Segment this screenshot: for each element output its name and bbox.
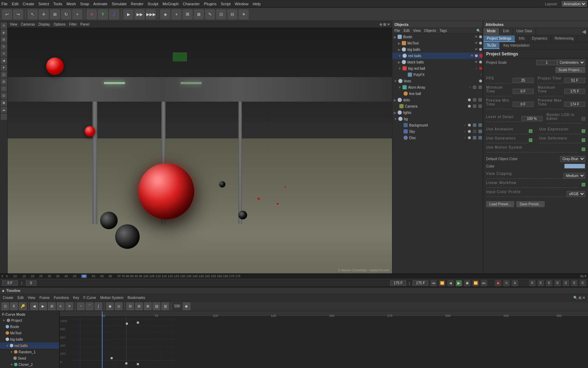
left-tool-9[interactable]: ⊞ [1,79,7,85]
obj-red-balls[interactable]: ▼ red balls 👁 [392,53,483,59]
left-tool-4[interactable]: ↻ [1,43,7,50]
obj-menu-edit[interactable]: Edit [404,29,410,33]
expand-atom-array[interactable]: ▼ [398,86,401,89]
project-scale-unit[interactable]: Centimeters [557,60,585,66]
vp-menu-display[interactable]: Display [38,22,50,26]
attr-subtab-info[interactable]: Info [515,35,528,42]
render-to-po-btn[interactable]: ▶▶▶ [146,9,156,19]
tl-project[interactable]: ▼ Project [0,317,59,323]
tl-tb-curve2[interactable]: ⌒ [86,302,93,310]
select-tool-btn[interactable]: ↖ [28,9,37,19]
menu-script[interactable]: Script [221,2,231,6]
obj-menu-objects[interactable]: Objects [424,29,436,33]
move-tool-btn[interactable]: ✛ [39,9,49,19]
attr-subtab-project-settings[interactable]: Project Settings [483,35,515,42]
tl-motext[interactable]: MoText [0,330,59,336]
tl-tb-curve3[interactable]: ∫ [94,302,102,310]
prev-min-input[interactable] [513,102,534,107]
tl-tb-4[interactable]: ◀ [30,302,38,310]
vp-menu-view[interactable]: View [10,22,18,26]
vp-menu-cameras[interactable]: Cameras [21,22,35,26]
timeline-scrubber[interactable]: 0 5 10 15 20 25 30 35 40 45 50 55 60 65 … [0,273,588,279]
tl-menu-motion[interactable]: Motion System [100,296,123,300]
menu-mograph[interactable]: MoGraph [162,2,178,6]
tl-tb-last[interactable]: ◉ [183,302,190,310]
min-time-input[interactable] [513,89,534,94]
pb-next-frame[interactable]: ⏩ [472,280,479,286]
pb-keying1[interactable]: K [529,280,536,286]
layout-select[interactable]: Animation [562,1,587,7]
viewport[interactable]: View Cameras Display Options Filter Pane… [8,21,392,273]
tl-expand-cloner2[interactable]: ▼ [10,363,13,367]
timeline-fcurve-chart[interactable]: 50 75 100 125 150 175 200 225 250 1000 8… [59,311,588,368]
menu-window[interactable]: Window [235,2,248,6]
use-generators-checkbox[interactable] [529,138,532,142]
save-preset-button[interactable]: Save Preset... [516,201,545,207]
viewport-edit-btn[interactable]: ✎ [205,9,215,19]
menu-animate[interactable]: Animate [93,2,107,6]
obj-big-balls[interactable]: ▶ big balls 👁 [392,46,483,53]
tl-tb-snap3[interactable]: ⊠ [144,302,152,310]
attr-subtab-todo[interactable]: To Do [483,42,500,49]
left-tool-13[interactable]: ☁ [1,107,7,113]
viewport-solo-btn[interactable]: ◈ [160,9,170,19]
obj-menu-file[interactable]: File [394,29,400,33]
keyframe-5[interactable] [137,363,139,365]
scale-project-button[interactable]: Scale Project... [555,67,585,73]
tl-expand-red-balls[interactable]: ▼ [6,344,9,348]
attr-tab-edit[interactable]: Edit [499,28,513,35]
default-obj-color-select[interactable]: Gray-Blue [560,156,585,162]
left-tool-8[interactable]: ⊡ [1,71,7,78]
menu-snap[interactable]: Snap [80,2,89,6]
viewport-box-btn[interactable]: ⊡ [216,9,226,19]
obj-expand-boole[interactable]: ▶ [394,35,397,39]
menu-select[interactable]: Select [38,2,49,6]
viewport-grid-btn[interactable]: ⊟ [227,9,237,19]
tl-random1[interactable]: ▼ Random_1 [0,349,59,355]
load-preset-button[interactable]: Load Preset... [486,201,514,207]
attr-tab-userdata[interactable]: User Data [513,28,536,35]
expand-big-red-ball[interactable]: ▼ [398,67,401,70]
obj-check-atom-array[interactable]: ✓ [469,86,471,89]
use-motion-checkbox[interactable] [582,148,585,151]
vp-menu-filter[interactable]: Filter [69,22,77,26]
project-scale-input[interactable] [536,60,557,65]
tl-tb-snap5[interactable]: ▥ [161,302,169,310]
pb-first-frame[interactable]: ⏮ [430,280,437,286]
obj-background[interactable]: Background ✓ [392,122,483,128]
obj-sky[interactable]: Sky ✓ [392,128,483,135]
pb-keying3[interactable]: K [546,280,552,286]
obj-menu-view[interactable]: View [413,29,421,33]
x-btn[interactable]: ✕ [87,9,97,19]
preview-end-input[interactable] [390,280,406,286]
linear-workflow-checkbox[interactable] [582,183,585,186]
obj-eye-boole[interactable]: 👁 [475,35,478,39]
obj-big-red-ball[interactable]: ▼ big red ball ✓ [392,65,483,71]
expand-motext[interactable]: ▶ [398,41,401,45]
menu-edit[interactable]: Edit [12,2,19,6]
obj-black-balls[interactable]: ▶ black balls 👁 [392,59,483,65]
attr-subtab-dynamics[interactable]: Dynamics [528,35,551,42]
max-time-input[interactable] [564,89,585,94]
vp-menu-panel[interactable]: Panel [80,22,90,26]
render-region-btn[interactable]: ▶ [124,9,133,19]
obj-check-bg[interactable]: ✓ [464,123,467,127]
obj-menu-tags[interactable]: Tags [440,29,447,33]
tl-big-balls[interactable]: big balls [0,336,59,342]
left-tool-7[interactable]: ▼ [1,64,7,71]
tl-tb-8[interactable]: ✕ [65,302,73,310]
obj-atom-array[interactable]: ▼ Atom Array ✓ [392,84,483,90]
color-swatch[interactable] [564,164,585,169]
timeline-playhead[interactable] [102,311,103,368]
keyframe-1[interactable] [111,357,113,359]
use-animation-checkbox[interactable] [529,129,532,133]
pb-keying7[interactable]: K [580,280,586,286]
obj-dots[interactable]: ▶ dots [392,97,483,103]
attr-subtab-keyinterp[interactable]: Key Interpolation [500,42,533,49]
left-tool-12[interactable]: ◉ [1,100,7,106]
lod-input[interactable] [522,116,542,121]
tl-red-balls[interactable]: ▼ red balls [0,342,59,349]
pb-stop[interactable]: ⏹ [464,280,470,286]
use-deformers-checkbox[interactable] [582,138,585,142]
tl-tb-ease2[interactable]: ◎ [115,302,122,310]
